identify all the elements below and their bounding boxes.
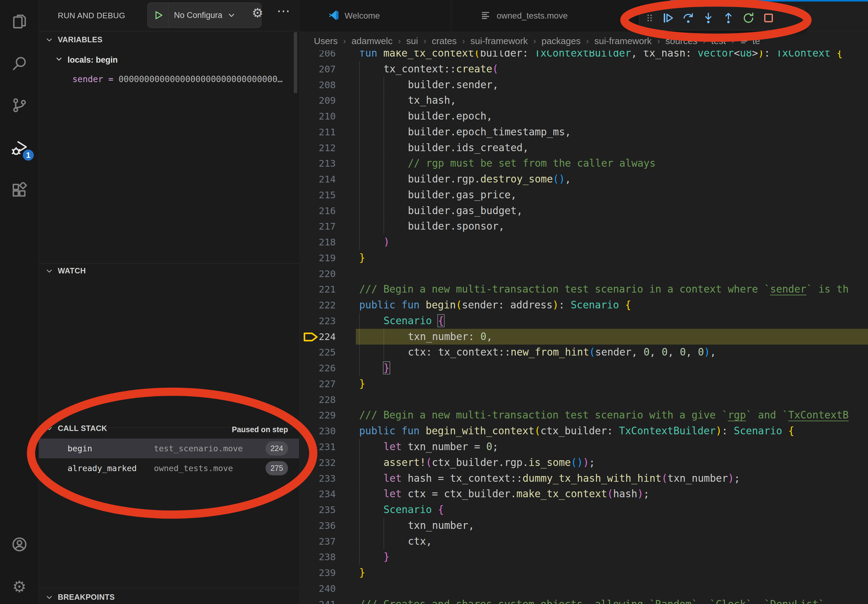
indent-guide (383, 93, 384, 108)
line-number[interactable]: 230 (305, 423, 336, 439)
activity-bar-item-accounts[interactable] (0, 533, 39, 557)
indent-guide (359, 93, 360, 108)
code-text: public fun begin(sender: address): Scena… (359, 297, 631, 313)
divider (39, 31, 299, 31)
line-number[interactable]: 224 (305, 329, 336, 345)
breakpoints-section-header[interactable]: BREAKPOINTS (45, 593, 115, 602)
line-number[interactable]: 219 (305, 250, 336, 266)
line-number[interactable]: 232 (305, 455, 336, 471)
indent-guide (359, 502, 360, 517)
code-line-209: 209tx_hash, (299, 93, 868, 108)
line-number[interactable]: 234 (305, 486, 336, 502)
line-number[interactable]: 211 (305, 124, 336, 140)
stop-icon[interactable] (763, 12, 775, 25)
code-editor[interactable]: 206fun make_tx_context(builder: TxContex… (299, 0, 868, 604)
code-line-228: 228 (299, 392, 868, 407)
line-number[interactable]: 225 (305, 344, 336, 360)
step-out-icon[interactable] (722, 12, 735, 25)
run-and-debug-sidebar: RUN AND DEBUG No Configura ⚙ ⋯ VARIABLES… (39, 0, 299, 604)
line-number[interactable]: 238 (305, 549, 336, 565)
code-line-229: 229/// Begin a new multi-transaction tes… (299, 407, 868, 423)
breadcrumb-item[interactable]: sui (406, 36, 418, 46)
tab-welcome[interactable]: Welcome (299, 0, 451, 32)
line-number[interactable]: 237 (305, 533, 336, 549)
line-number[interactable]: 222 (305, 297, 336, 313)
call-stack-title: CALL STACK (58, 424, 107, 433)
code-line-241: 241/// Creates and shares system objects… (299, 596, 868, 604)
step-over-icon[interactable] (682, 12, 694, 25)
code-line-219: 219} (299, 250, 868, 266)
line-number[interactable]: 223 (305, 313, 336, 329)
variables-scope-row[interactable]: locals: begin (55, 55, 118, 65)
frame-name: already_marked (68, 463, 154, 473)
line-number[interactable]: 212 (305, 140, 336, 156)
breadcrumb-item[interactable]: sui-framework (471, 36, 528, 46)
settings-gear-icon: ⚙ (12, 579, 26, 595)
variable-row[interactable]: sender = 0000000000000000000000000000000… (72, 74, 282, 84)
sidebar-scrollbar[interactable] (294, 32, 297, 93)
line-number[interactable]: 233 (305, 471, 336, 486)
line-number[interactable]: 231 (305, 439, 336, 455)
code-line-215: 215builder.gas_price, (299, 187, 868, 203)
line-number[interactable]: 226 (305, 360, 336, 376)
line-number[interactable]: 227 (305, 376, 336, 392)
line-number[interactable]: 210 (305, 108, 336, 124)
line-number[interactable]: 240 (305, 581, 336, 596)
line-number[interactable]: 241 (305, 596, 336, 604)
code-text: public fun begin_with_context(ctx_builde… (359, 423, 794, 439)
line-number[interactable]: 214 (305, 171, 336, 187)
watch-section-header[interactable]: WATCH (45, 266, 86, 275)
continue-icon[interactable] (662, 12, 674, 25)
activity-bar-item-source-control[interactable] (0, 94, 39, 118)
tab-owned-tests-move[interactable]: owned_tests.move (451, 0, 671, 32)
breadcrumb-file[interactable]: te (740, 36, 760, 47)
code-text: builder.sender, (408, 77, 499, 93)
breadcrumb-item[interactable]: Users (314, 36, 338, 46)
line-number[interactable]: 216 (305, 203, 336, 219)
activity-bar-item-explorer[interactable] (0, 9, 39, 34)
line-number[interactable]: 228 (305, 392, 336, 407)
more-actions-icon[interactable]: ⋯ (277, 3, 290, 19)
line-number[interactable]: 220 (305, 266, 336, 282)
breadcrumb-item[interactable]: packages (541, 36, 580, 46)
debug-config-dropdown[interactable]: No Configura (147, 2, 262, 28)
drag-handle-icon[interactable] (645, 13, 654, 24)
activity-bar-item-search[interactable] (0, 52, 39, 76)
breadcrumb-separator: › (533, 36, 536, 46)
code-text: builder.sponsor, (408, 218, 505, 234)
line-number[interactable]: 229 (305, 407, 336, 423)
restart-icon[interactable] (742, 12, 755, 25)
call-stack-section-header[interactable]: CALL STACK (45, 424, 107, 433)
activity-bar-item-run-and-debug[interactable]: 1 (0, 136, 39, 161)
call-stack-frame-already_marked[interactable]: already_marked owned_tests.move 275 (39, 458, 299, 478)
activity-bar: 1⚙ (0, 0, 39, 604)
line-number[interactable]: 239 (305, 565, 336, 581)
breadcrumb-item[interactable]: sources (665, 36, 698, 46)
step-into-icon[interactable] (702, 12, 715, 25)
line-number[interactable]: 218 (305, 234, 336, 250)
start-debugging-icon[interactable] (152, 9, 164, 21)
breadcrumb-item[interactable]: adamwelc (352, 36, 393, 46)
frame-file: test_scenario.move (154, 444, 243, 453)
indent-guide (383, 140, 384, 156)
line-number[interactable]: 209 (305, 93, 336, 108)
breadcrumb[interactable]: Users›adamwelc›sui›crates›sui-framework›… (299, 32, 868, 51)
breadcrumb-item[interactable]: sui-framework (594, 36, 651, 46)
breadcrumb-item[interactable]: crates (432, 36, 457, 46)
line-number[interactable]: 213 (305, 155, 336, 171)
gear-icon[interactable]: ⚙ (252, 7, 264, 19)
activity-bar-item-settings[interactable]: ⚙ (0, 575, 39, 599)
line-number[interactable]: 236 (305, 517, 336, 533)
variables-section-header[interactable]: VARIABLES (45, 35, 102, 44)
line-number[interactable]: 207 (305, 61, 336, 77)
call-stack-frame-begin[interactable]: begin test_scenario.move 224 (39, 438, 299, 458)
activity-bar-item-extensions[interactable] (0, 178, 39, 203)
line-number[interactable]: 215 (305, 187, 336, 203)
line-number[interactable]: 221 (305, 281, 336, 297)
breakpoints-title: BREAKPOINTS (58, 593, 115, 602)
line-number[interactable]: 217 (305, 218, 336, 234)
line-number[interactable]: 235 (305, 502, 336, 517)
line-number[interactable]: 208 (305, 77, 336, 93)
code-line-240: 240 (299, 581, 868, 596)
breadcrumb-item[interactable]: test (711, 36, 726, 46)
